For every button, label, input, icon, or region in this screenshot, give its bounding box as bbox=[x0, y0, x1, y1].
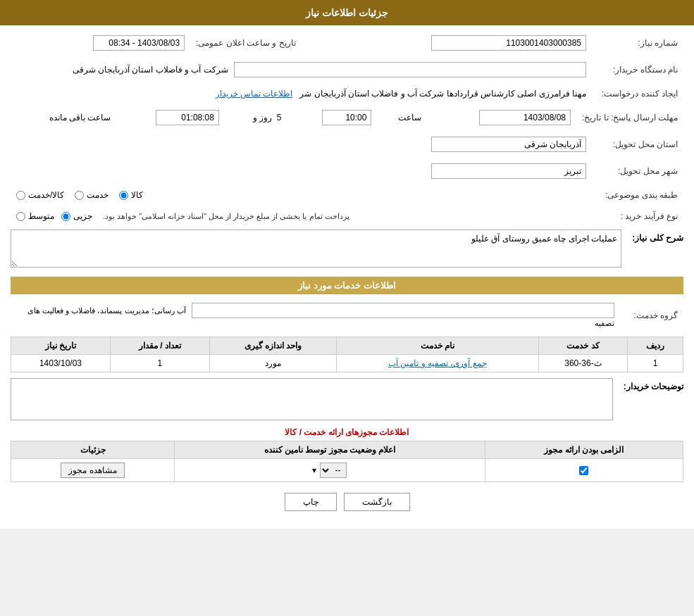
delivery-city-label: شهر محل تحویل: bbox=[592, 161, 683, 182]
response-time-cell bbox=[290, 107, 378, 128]
creator-value: مهنا فرامرزی اصلی کارشناس قراردادها شرکت… bbox=[11, 86, 592, 101]
creator-label: ایجاد کننده درخواست: bbox=[592, 86, 683, 101]
days-label-cell: 5 روز و bbox=[225, 107, 290, 128]
services-table: ردیف کد خدمت نام خدمت واحد اندازه گیری ت… bbox=[11, 337, 683, 372]
service-group-input[interactable] bbox=[192, 303, 614, 318]
time-label-cell: ساعت bbox=[377, 107, 427, 128]
days-value: 5 bbox=[277, 113, 282, 122]
buyer-org-value: شرکت آب و فاضلاب استان آذربایجان شرقی bbox=[11, 59, 592, 80]
radio-jozvi[interactable]: جزیی bbox=[61, 211, 92, 221]
response-date-cell bbox=[427, 107, 576, 128]
footer-buttons: بازگشت چاپ bbox=[11, 493, 683, 511]
remaining-time-cell bbox=[116, 107, 225, 128]
days-label: روز و bbox=[253, 113, 272, 122]
delivery-city-input[interactable] bbox=[431, 163, 586, 179]
permit-details-cell: مشاهده مجوز bbox=[11, 459, 175, 482]
radio-khedmat-input[interactable] bbox=[75, 191, 84, 200]
khedmat-label: خدمت bbox=[87, 190, 109, 200]
buyer-org-text: شرکت آب و فاضلاب استان آذربایجان شرقی bbox=[73, 65, 228, 75]
need-number-input[interactable] bbox=[431, 35, 586, 51]
permits-table: الزامی بودن ارائه مجوز اعلام وضعیت مجوز … bbox=[11, 441, 683, 482]
announcement-label: تاریخ و ساعت اعلان عمومی: bbox=[190, 32, 302, 54]
radio-kala[interactable]: کالا bbox=[119, 190, 143, 200]
print-button[interactable]: چاپ bbox=[285, 493, 337, 511]
remaining-time-input[interactable] bbox=[156, 110, 219, 125]
need-number-value bbox=[302, 32, 592, 54]
need-description-textarea[interactable]: عملیات اجرای چاه عمیق روستای آق علیلو bbox=[11, 230, 621, 268]
permit-row: -- ▾ مشاهده مجوز bbox=[11, 459, 683, 482]
radio-khedmat[interactable]: خدمت bbox=[75, 190, 109, 200]
col-date: تاریخ نیاز bbox=[11, 337, 111, 355]
category-label: طبقه بندی موضوعی: bbox=[592, 187, 683, 203]
service-name-link[interactable]: جمع آوری، تصفیه و تامین آب bbox=[388, 358, 487, 368]
radio-kala-khedmat-input[interactable] bbox=[16, 191, 25, 200]
radio-motavaset-input[interactable] bbox=[16, 212, 25, 221]
need-description-label: شرح کلی نیاز: bbox=[627, 233, 683, 243]
col-permit-details: جزئیات bbox=[11, 441, 175, 459]
jozvi-label: جزیی bbox=[73, 211, 92, 221]
radio-kala-input[interactable] bbox=[119, 191, 128, 200]
permit-status-select[interactable]: -- bbox=[320, 463, 347, 478]
purchase-note-text: پرداخت تمام یا بخشی از مبلغ خریدار از مح… bbox=[103, 212, 349, 221]
buyer-org-label: نام دستگاه خریدار: bbox=[592, 59, 683, 80]
delivery-province-value bbox=[11, 134, 592, 155]
permits-section-title: اطلاعات مجوزهای ارائه خدمت / کالا bbox=[11, 427, 683, 437]
kala-label: کالا bbox=[131, 190, 143, 200]
purchase-type-label: نوع فرآیند خرید : bbox=[592, 208, 683, 224]
col-permit-required: الزامی بودن ارائه مجوز bbox=[485, 441, 683, 459]
col-row-num: ردیف bbox=[628, 337, 683, 355]
permit-status-cell: -- ▾ bbox=[175, 459, 485, 482]
buyer-notes-section: توضیحات خریدار: bbox=[11, 378, 683, 420]
service-group-value: آب رسانی؛ مدیریت پسماند، فاضلاب و فعالیت… bbox=[11, 300, 620, 331]
announcement-value bbox=[11, 32, 190, 54]
motavaset-label: متوسط bbox=[28, 211, 54, 221]
delivery-province-input[interactable] bbox=[431, 137, 586, 152]
page-header: جزئیات اطلاعات نیاز bbox=[0, 0, 694, 25]
delivery-city-value bbox=[11, 161, 592, 182]
dropdown-arrow: ▾ bbox=[312, 465, 316, 475]
category-value: کالا/خدمت خدمت کالا bbox=[11, 187, 592, 203]
announcement-input[interactable] bbox=[93, 35, 185, 51]
col-service-code: کد خدمت bbox=[538, 337, 628, 355]
col-service-name: نام خدمت bbox=[337, 337, 538, 355]
response-deadline-label: مهلت ارسال پاسخ: تا تاریخ: bbox=[576, 107, 683, 128]
view-permit-button[interactable]: مشاهده مجوز bbox=[61, 463, 124, 478]
cell-service-code: ث-36-360 bbox=[538, 355, 628, 372]
radio-jozvi-input[interactable] bbox=[61, 212, 70, 221]
cell-row-num: 1 bbox=[628, 355, 683, 372]
cell-quantity: 1 bbox=[110, 355, 209, 372]
creator-contact-link[interactable]: اطلاعات تماس خریدار bbox=[216, 89, 293, 99]
service-group-label: گروه خدمت: bbox=[620, 300, 683, 331]
buyer-org-input[interactable] bbox=[234, 62, 586, 77]
response-time-input[interactable] bbox=[322, 110, 371, 125]
creator-name-text: مهنا فرامرزی اصلی کارشناس قراردادها شرکت… bbox=[299, 89, 586, 99]
col-permit-status: اعلام وضعیت مجوز توسط نامین کننده bbox=[175, 441, 485, 459]
buyer-notes-label: توضیحات خریدار: bbox=[620, 382, 683, 391]
col-unit: واحد اندازه گیری bbox=[209, 337, 336, 355]
radio-motavaset[interactable]: متوسط bbox=[16, 211, 54, 221]
purchase-type-value: متوسط جزیی پرداخت تمام یا بخشی از مبلغ خ… bbox=[11, 208, 592, 224]
page-title: جزئیات اطلاعات نیاز bbox=[306, 7, 388, 18]
permit-required-cell bbox=[485, 459, 683, 482]
permit-required-checkbox[interactable] bbox=[579, 466, 588, 475]
table-row: 1 ث-36-360 جمع آوری، تصفیه و تامین آب مو… bbox=[11, 355, 683, 372]
back-button[interactable]: بازگشت bbox=[344, 493, 410, 511]
buyer-notes-box bbox=[11, 378, 613, 420]
kala-khedmat-label: کالا/خدمت bbox=[28, 190, 64, 200]
cell-service-name: جمع آوری، تصفیه و تامین آب bbox=[337, 355, 538, 372]
cell-unit: مورد bbox=[209, 355, 336, 372]
radio-kala-khedmat[interactable]: کالا/خدمت bbox=[16, 190, 64, 200]
remaining-label-cell: ساعت باقی مانده bbox=[11, 107, 116, 128]
col-quantity: تعداد / مقدار bbox=[110, 337, 209, 355]
cell-date: 1403/10/03 bbox=[11, 355, 111, 372]
response-date-input[interactable] bbox=[479, 110, 571, 125]
services-section-title: اطلاعات خدمات مورد نیاز bbox=[11, 277, 683, 294]
delivery-province-label: استان محل تحویل: bbox=[592, 134, 683, 155]
need-number-label: شماره نیاز: bbox=[592, 32, 683, 54]
